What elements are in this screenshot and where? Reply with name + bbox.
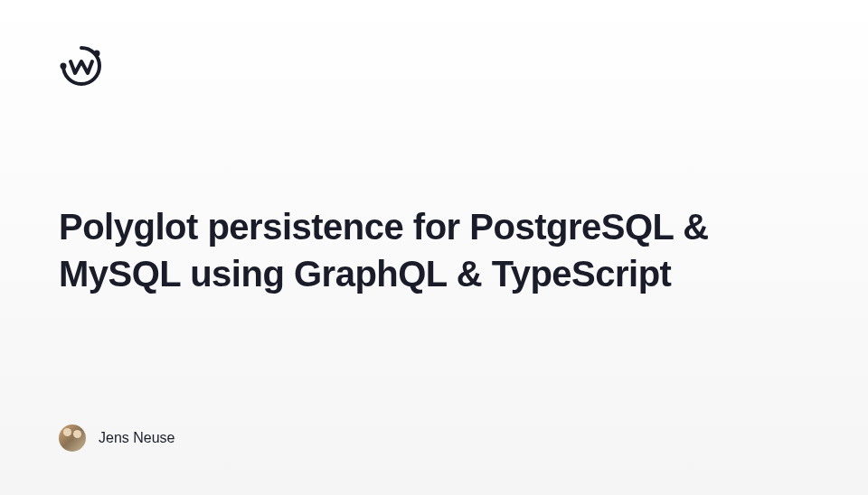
author-avatar bbox=[59, 425, 86, 452]
author-name: Jens Neuse bbox=[99, 430, 175, 446]
logo bbox=[59, 43, 104, 89]
page-title: Polyglot persistence for PostgreSQL & My… bbox=[59, 203, 809, 297]
wundergraph-logo-icon bbox=[59, 43, 104, 89]
author-section: Jens Neuse bbox=[59, 425, 175, 452]
svg-point-1 bbox=[61, 63, 67, 70]
svg-point-0 bbox=[94, 51, 100, 57]
